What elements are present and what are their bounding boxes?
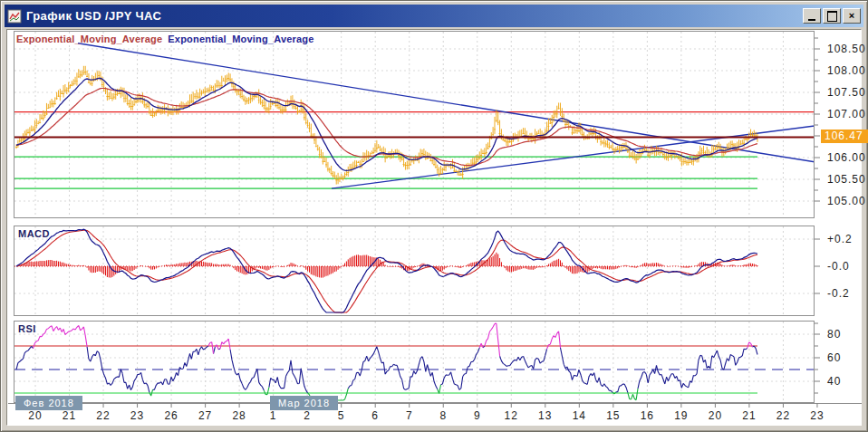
- time-tick-label: 22: [91, 409, 116, 422]
- close-icon: ×: [849, 10, 854, 22]
- time-tick-label: 13: [533, 409, 558, 422]
- time-tick-label: 1: [261, 409, 286, 422]
- time-tick-label: 2: [294, 409, 320, 422]
- close-button[interactable]: ×: [843, 8, 861, 24]
- macd-label: MACD: [18, 228, 50, 239]
- time-tick-label: 21: [737, 409, 762, 422]
- price-axis-label: 108.00: [827, 64, 866, 77]
- maximize-icon: [827, 11, 837, 22]
- chart-icon: [7, 9, 22, 24]
- rsi-panel[interactable]: [14, 321, 815, 403]
- price-axis-label: 107.50: [827, 86, 866, 99]
- time-tick-label: 16: [634, 409, 660, 422]
- time-tick-label: 6: [362, 409, 388, 422]
- price-axis-label: 107.00: [827, 108, 866, 120]
- ema-label-1: Exponential_Moving_Average: [16, 34, 162, 44]
- window-title: График USD /JPY ЧАС: [26, 9, 801, 23]
- time-tick-label: 15: [601, 409, 626, 422]
- price-axis-label: 106.00: [827, 151, 866, 164]
- indicator-header: Exponential_Moving_AverageExponential_Mo…: [16, 34, 314, 44]
- time-tick-label: 20: [702, 409, 728, 422]
- time-tick-label: 22: [770, 409, 796, 422]
- price-axis-label: 108.50: [827, 43, 866, 55]
- rsi-axis-label: 40: [827, 375, 841, 388]
- ema-label-2: Exponential_Moving_Average: [168, 34, 313, 44]
- time-tick-label: 27: [193, 409, 218, 422]
- time-tick-label: 9: [465, 409, 490, 422]
- price-axis-label: 105.50: [827, 173, 866, 186]
- chart-window: График USD /JPY ЧАС × Exponential_Moving…: [0, 0, 868, 432]
- time-tick-label: 26: [159, 409, 184, 422]
- rsi-label: RSI: [18, 323, 36, 334]
- minimize-button[interactable]: [803, 8, 821, 24]
- time-tick-label: 14: [566, 409, 592, 422]
- time-tick-label: 23: [125, 409, 150, 422]
- macd-axis-label: -0.2: [827, 287, 850, 300]
- macd-axis-label: -0.0: [827, 260, 850, 273]
- month-badge-mar: Мар 2018: [270, 396, 338, 410]
- rsi-axis-label: 80: [827, 328, 841, 341]
- time-tick-label: 23: [805, 409, 830, 422]
- title-bar[interactable]: График USD /JPY ЧАС ×: [5, 5, 863, 27]
- time-tick-label: 7: [397, 409, 422, 422]
- minimize-icon: [808, 19, 815, 21]
- time-tick-label: 28: [227, 409, 252, 422]
- price-axis-label: 105.00: [827, 195, 866, 207]
- month-badge-feb: Фев 2018: [15, 396, 82, 410]
- time-tick-label: 8: [430, 409, 456, 422]
- rsi-axis-label: 60: [827, 351, 841, 364]
- time-tick-label: 5: [329, 409, 354, 422]
- time-tick-label: 12: [498, 409, 524, 422]
- time-tick-label: 19: [669, 409, 694, 422]
- time-tick-label: 21: [57, 409, 82, 422]
- time-tick-label: 20: [23, 409, 48, 422]
- maximize-button[interactable]: [823, 8, 841, 24]
- macd-panel[interactable]: [14, 226, 815, 316]
- macd-axis-label: +0.2: [827, 233, 853, 245]
- price-chart-panel[interactable]: [14, 31, 815, 218]
- current-price-badge: 106.47: [821, 130, 868, 143]
